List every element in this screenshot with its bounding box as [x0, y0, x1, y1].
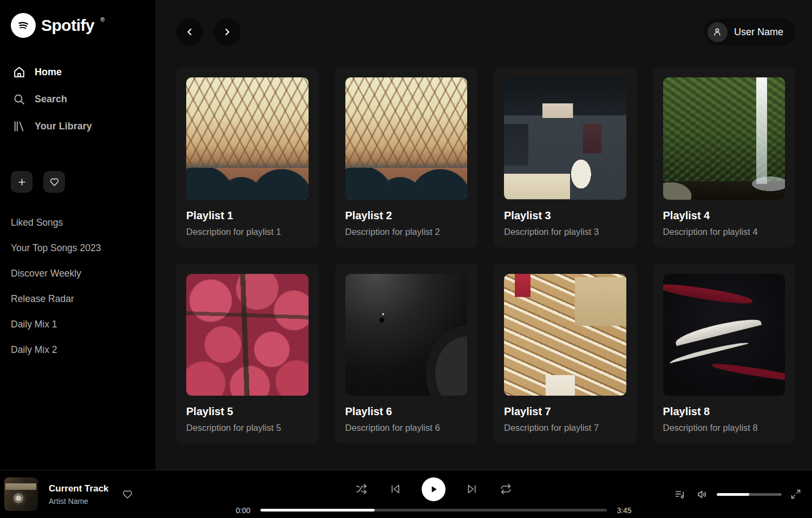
sidebar-playlist-daily-mix-2[interactable]: Daily Mix 2 — [10, 337, 146, 363]
spotify-logo[interactable]: Spotify ® — [10, 12, 146, 38]
sidebar-actions — [10, 171, 146, 193]
playlist-title: Playlist 8 — [663, 405, 785, 418]
nav-search[interactable]: Search — [10, 86, 146, 113]
back-button[interactable] — [176, 18, 203, 45]
volume-slider[interactable] — [717, 493, 782, 496]
sidebar-playlist-daily-mix-1[interactable]: Daily Mix 1 — [10, 312, 146, 337]
library-icon — [12, 120, 26, 133]
player-right — [662, 487, 803, 502]
volume-fill — [717, 493, 749, 496]
album-art[interactable] — [4, 477, 38, 511]
play-icon — [428, 484, 439, 495]
sidebar-playlist-top-songs[interactable]: Your Top Songs 2023 — [10, 235, 146, 261]
player-center: 0:00 3:45 — [206, 474, 662, 515]
create-playlist-button[interactable] — [11, 171, 32, 193]
nav-home-label: Home — [35, 67, 62, 78]
playlist-title: Playlist 6 — [345, 405, 468, 418]
progress-bar[interactable] — [260, 509, 607, 512]
skip-forward-icon — [466, 483, 477, 495]
playlist-cover-art — [345, 77, 468, 200]
sidebar-playlist-discover-weekly[interactable]: Discover Weekly — [10, 261, 146, 286]
chevron-left-icon — [184, 27, 195, 37]
history-nav — [176, 18, 241, 45]
track-meta: Current Track Artist Name — [49, 483, 109, 506]
playlist-description: Description for playlist 7 — [504, 423, 626, 433]
playlist-title: Playlist 1 — [186, 209, 309, 222]
sidebar-playlist-liked-songs[interactable]: Liked Songs — [10, 210, 146, 235]
playlist-card-4[interactable]: Playlist 4 Description for playlist 4 — [653, 67, 796, 247]
liked-songs-button[interactable] — [43, 171, 65, 193]
playlist-grid: Playlist 1 Description for playlist 1 Pl… — [176, 67, 795, 443]
spotify-logo-icon — [11, 13, 36, 38]
track-artist: Artist Name — [49, 497, 109, 506]
shuffle-icon — [356, 483, 367, 495]
playlist-description: Description for playlist 1 — [186, 227, 309, 237]
sidebar: Spotify ® Home Search Your Library — [0, 0, 155, 470]
brand-name: Spotify — [41, 16, 94, 35]
like-track-button[interactable] — [120, 487, 135, 502]
user-menu-button[interactable]: User Name — [704, 18, 795, 45]
registered-mark: ® — [100, 16, 104, 23]
progress-row: 0:00 3:45 — [233, 506, 634, 515]
playlist-description: Description for playlist 4 — [663, 227, 785, 237]
player-bar: Current Track Artist Name — [0, 470, 812, 518]
skip-back-icon — [390, 483, 401, 495]
sidebar-playlist-release-radar[interactable]: Release Radar — [10, 286, 146, 312]
playlist-card-2[interactable]: Playlist 2 Description for playlist 2 — [335, 67, 478, 247]
queue-button[interactable] — [672, 487, 688, 502]
nav-search-label: Search — [35, 94, 67, 105]
playlist-card-1[interactable]: Playlist 1 Description for playlist 1 — [176, 67, 319, 247]
expand-icon — [790, 489, 801, 500]
main-content: User Name Playlist 1 Description for pla… — [155, 0, 812, 470]
playlist-cover-art — [663, 274, 785, 396]
playlist-description: Description for playlist 5 — [186, 423, 309, 433]
speaker-icon — [697, 489, 708, 500]
plus-icon — [17, 177, 27, 187]
now-playing: Current Track Artist Name — [4, 477, 206, 511]
nav-library-label: Your Library — [35, 121, 92, 132]
repeat-button[interactable] — [498, 481, 514, 497]
playlist-title: Playlist 5 — [186, 405, 309, 418]
playlist-card-6[interactable]: Playlist 6 Description for playlist 6 — [335, 264, 478, 444]
person-icon — [712, 27, 723, 37]
forward-button[interactable] — [214, 18, 241, 45]
playlist-card-8[interactable]: Playlist 8 Description for playlist 8 — [653, 264, 796, 444]
playlist-cover-art — [504, 77, 626, 200]
playlist-card-3[interactable]: Playlist 3 Description for playlist 3 — [494, 67, 637, 247]
playlist-cover-art — [504, 274, 626, 396]
progress-fill — [260, 509, 375, 512]
playlist-description: Description for playlist 3 — [504, 227, 626, 237]
playlist-cover-art — [186, 274, 309, 396]
playlist-cover-art — [345, 274, 468, 396]
playback-controls — [353, 477, 514, 501]
playlist-title: Playlist 7 — [504, 405, 626, 418]
next-button[interactable] — [464, 481, 480, 497]
app-root: Spotify ® Home Search Your Library — [0, 0, 812, 518]
playlist-description: Description for playlist 8 — [663, 423, 785, 433]
playlist-title: Playlist 3 — [504, 209, 626, 222]
playlist-card-7[interactable]: Playlist 7 Description for playlist 7 — [494, 264, 637, 444]
queue-list-icon — [675, 489, 686, 500]
playlist-title: Playlist 4 — [663, 209, 785, 222]
fullscreen-button[interactable] — [788, 487, 803, 502]
play-button[interactable] — [422, 477, 446, 501]
nav-library[interactable]: Your Library — [10, 113, 146, 140]
playlist-cover-art — [186, 77, 309, 200]
avatar — [708, 22, 728, 42]
volume-button[interactable] — [695, 487, 710, 502]
shuffle-button[interactable] — [353, 481, 369, 497]
nav-home[interactable]: Home — [10, 58, 146, 86]
heart-icon — [122, 489, 133, 500]
playlist-description: Description for playlist 2 — [345, 227, 468, 237]
search-icon — [12, 93, 26, 106]
previous-button[interactable] — [388, 481, 403, 497]
track-title: Current Track — [49, 483, 109, 494]
heart-icon — [49, 177, 60, 187]
primary-nav: Home Search Your Library — [10, 58, 146, 140]
duration: 3:45 — [614, 506, 634, 515]
playlist-card-5[interactable]: Playlist 5 Description for playlist 5 — [176, 264, 319, 444]
sidebar-playlist-list: Liked Songs Your Top Songs 2023 Discover… — [10, 210, 146, 363]
home-icon — [12, 65, 26, 79]
elapsed-time: 0:00 — [233, 506, 253, 515]
user-name: User Name — [734, 27, 783, 38]
